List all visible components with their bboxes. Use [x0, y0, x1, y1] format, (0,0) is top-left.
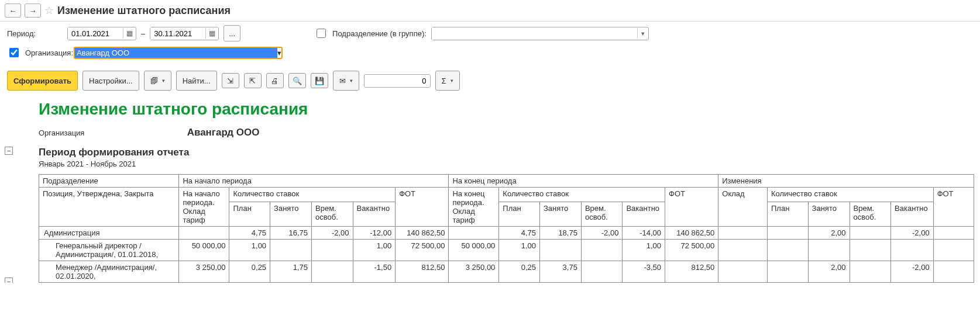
col-start-tariff: На начало периода. Оклад тариф [179, 188, 229, 227]
row-value: -3,50 [623, 261, 665, 283]
expand-tree-button[interactable]: ⇲ [222, 73, 239, 88]
collapse-tree-button[interactable]: ⇱ [244, 73, 262, 88]
row-value: 4,75 [229, 227, 270, 240]
col-temp: Врем. освоб. [312, 202, 353, 226]
row-value [933, 261, 974, 283]
row-value: -14,00 [623, 227, 665, 240]
organization-combo[interactable]: ▾ [74, 47, 283, 59]
row-value: 140 862,50 [665, 227, 718, 240]
tree-collapse-root[interactable]: − [5, 147, 13, 155]
col-vacant: Вакантно [891, 202, 934, 226]
row-value: -2,00 [581, 227, 623, 240]
organization-label: Организация: [25, 48, 69, 57]
envelope-icon: ✉ [339, 77, 346, 85]
print-button[interactable]: 🖨 [266, 73, 284, 88]
printer-icon: 🖨 [271, 77, 278, 85]
row-value: 72 500,00 [665, 240, 718, 261]
find-button[interactable]: Найти... [176, 71, 217, 91]
report-title: Изменение штатного расписания [39, 100, 974, 119]
col-change-fot: ФОТ [933, 188, 974, 227]
report-table: Подразделение На начало периода На конец… [39, 174, 974, 283]
row-value: -12,00 [353, 227, 396, 240]
save-button[interactable]: 💾 [311, 73, 328, 88]
row-value: 812,50 [665, 261, 718, 283]
row-value [933, 240, 974, 261]
col-start-stakes: Количество ставок [229, 188, 396, 202]
col-busy: Занято [270, 202, 312, 226]
department-checkbox[interactable] [317, 29, 326, 38]
chevron-down-icon: ▾ [451, 78, 453, 84]
tree-collapse-row[interactable]: − [5, 278, 13, 283]
row-value: 72 500,00 [396, 240, 449, 261]
settings-button[interactable]: Настройки... [82, 71, 139, 91]
chevron-down-icon: ▾ [350, 78, 353, 84]
preview-button[interactable]: 🔍 [288, 73, 306, 88]
row-label: Генеральный директор /Администрация/, 01… [39, 240, 179, 261]
table-row[interactable]: Менеджер /Администрация/, 02.01.2020,3 2… [39, 261, 974, 283]
sigma-button[interactable]: Σ▾ [435, 71, 460, 91]
row-value [767, 227, 808, 240]
generate-button[interactable]: Сформировать [7, 71, 78, 91]
collapse-icon: ⇱ [249, 77, 256, 85]
forward-button[interactable]: → [25, 4, 41, 18]
variants-button[interactable]: 🗐▾ [144, 71, 171, 91]
calendar-icon[interactable]: ▦ [123, 28, 136, 39]
period-picker-button[interactable]: ... [223, 25, 240, 41]
table-row[interactable]: Администрация4,7516,75-2,00-12,00140 862… [39, 227, 974, 240]
row-value: -2,00 [891, 227, 934, 240]
row-value: 1,00 [623, 240, 665, 261]
row-value [850, 261, 891, 283]
col-busy: Занято [808, 202, 850, 226]
col-department: Подразделение [39, 175, 179, 188]
date-to-input[interactable] [150, 27, 205, 40]
row-value: 0,25 [229, 261, 270, 283]
department-label: Подразделение (в группе): [332, 29, 427, 38]
period-label: Период: [7, 29, 63, 38]
col-end-tariff: На конец периода. Оклад тариф [449, 188, 499, 227]
row-value [449, 227, 499, 240]
calendar-icon[interactable]: ▦ [205, 28, 218, 39]
col-plan: План [499, 202, 540, 226]
date-to-field[interactable]: ▦ [150, 27, 219, 40]
row-value: 2,00 [808, 227, 850, 240]
chevron-down-icon[interactable]: ▾ [637, 29, 648, 39]
row-value [312, 261, 353, 283]
report-org-value: Авангард ООО [187, 127, 260, 138]
generate-button-label: Сформировать [13, 77, 71, 85]
chevron-down-icon[interactable]: ▾ [277, 48, 281, 57]
row-value: 4,75 [499, 227, 540, 240]
date-separator: – [141, 29, 145, 38]
organization-checkbox[interactable] [9, 48, 19, 57]
magnifier-icon: 🔍 [293, 77, 302, 85]
col-end-stakes: Количество ставок [499, 188, 665, 202]
row-value [179, 227, 229, 240]
department-combo[interactable]: ▾ [431, 27, 649, 40]
row-value: 140 862,50 [396, 227, 449, 240]
favorite-star-icon[interactable]: ☆ [44, 4, 54, 17]
row-value [718, 227, 768, 240]
chevron-down-icon: ▾ [162, 78, 165, 84]
row-value: 3,75 [540, 261, 582, 283]
col-group-change: Изменения [718, 175, 974, 188]
number-input[interactable] [364, 74, 431, 88]
row-value [767, 261, 808, 283]
organization-input[interactable] [75, 48, 277, 58]
col-temp: Врем. освоб. [850, 202, 891, 226]
sigma-icon: Σ [442, 77, 446, 85]
col-change-stakes: Количество ставок [767, 188, 933, 202]
row-value: 50 000,00 [449, 240, 499, 261]
send-button[interactable]: ✉▾ [333, 71, 359, 91]
find-button-label: Найти... [183, 77, 211, 85]
row-value: 0,25 [499, 261, 540, 283]
table-row[interactable]: Генеральный директор /Администрация/, 01… [39, 240, 974, 261]
department-input[interactable] [432, 27, 637, 40]
back-button[interactable]: ← [5, 4, 21, 18]
col-change-oklad: Оклад [718, 188, 768, 227]
row-value [270, 240, 312, 261]
col-vacant: Вакантно [623, 202, 665, 226]
date-from-field[interactable]: ▦ [67, 27, 136, 40]
row-value: -2,00 [891, 261, 934, 283]
date-from-input[interactable] [68, 27, 123, 40]
report-period-heading: Период формирования отчета [39, 147, 974, 158]
col-busy: Занято [540, 202, 582, 226]
